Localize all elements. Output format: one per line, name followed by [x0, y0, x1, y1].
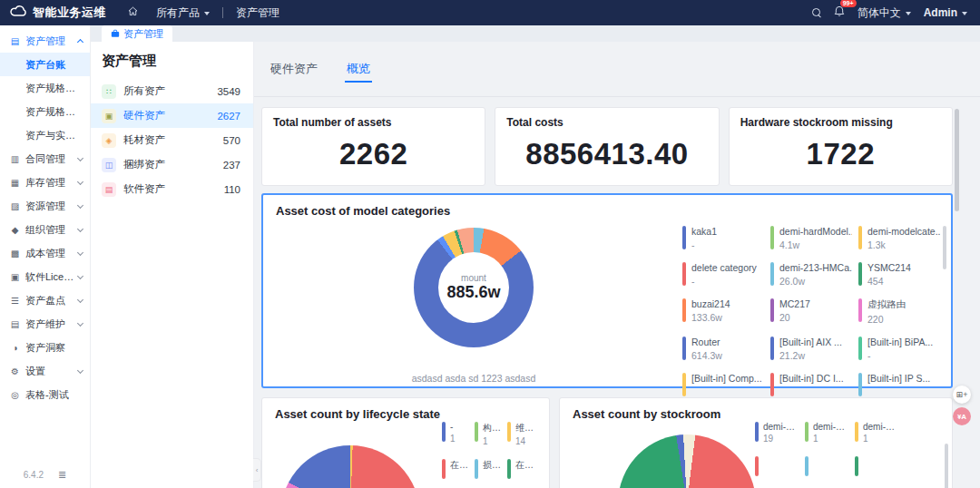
sidebar-item-3[interactable]: 资产规格分类管理: [0, 100, 90, 123]
sidebar-item-4[interactable]: 资产与实物映射...: [0, 123, 90, 147]
sidebar-item-7[interactable]: ▨资源管理: [0, 194, 90, 218]
legend-item-5[interactable]: YSMC214454: [858, 262, 946, 287]
tab-hardware-assets[interactable]: 硬件资产: [269, 43, 319, 95]
legend-name: buzai214: [691, 298, 730, 309]
legend-scrollbar[interactable]: [943, 226, 946, 269]
legend-swatch: [855, 422, 858, 442]
legend-value: -: [867, 350, 933, 361]
sidebar-item-14[interactable]: ⚙设置: [0, 359, 90, 383]
collapse-sidebar-icon[interactable]: ≣: [58, 469, 66, 481]
sidebar-item-9[interactable]: ▩成本管理: [0, 241, 90, 265]
stockroom-panel: Asset count by stockroom demi-…19demi-…1…: [559, 397, 953, 488]
model-categories-donut-chart[interactable]: mount 885.6w: [414, 228, 534, 347]
collapse-panel-handle[interactable]: ‹: [253, 458, 261, 482]
sidebar-item-10[interactable]: ▣软件License...: [0, 265, 90, 288]
category-count: 110: [224, 184, 240, 195]
legend-name: [Built-in] DC I...: [779, 373, 844, 384]
legend-item-2[interactable]: demi-…1: [855, 422, 905, 444]
hardware-assets-icon: ▣: [102, 109, 116, 123]
legend-item-4[interactable]: demi-213-HMCa...26.0w: [770, 262, 858, 287]
stat-card-1: Total costs8856413.40: [495, 107, 719, 186]
bundled-assets-icon: ◫: [102, 158, 116, 172]
legend-item-12[interactable]: [Built-in] Comp...: [682, 373, 770, 396]
category-item-4[interactable]: ▤软件资产110: [91, 177, 253, 201]
sidebar-item-11[interactable]: ☰资产盘点: [0, 288, 90, 312]
legend-name: demi-…: [763, 422, 795, 432]
legend-item-0[interactable]: kaka1-: [682, 226, 770, 250]
category-item-3[interactable]: ◫捆绑资产237: [91, 152, 253, 177]
brand[interactable]: 智能业务运维: [0, 5, 119, 21]
legend-swatch: [858, 262, 862, 286]
lifecycle-legend: -1构…1维…14在…损…在…: [442, 422, 540, 479]
legend-item-6[interactable]: buzai214133.6w: [682, 298, 770, 325]
lifecycle-pie-chart[interactable]: [280, 445, 420, 488]
legend-item-2[interactable]: demi-modelcate...1.3k: [858, 226, 946, 250]
chevron-down-icon: [77, 366, 83, 373]
search-icon[interactable]: [812, 8, 821, 17]
legend-swatch: [770, 298, 774, 322]
chevron-down-icon: [204, 12, 210, 15]
legend-name: [Built-in] BiPA...: [867, 337, 933, 347]
category-item-0[interactable]: ∷所有资产3549: [91, 79, 253, 103]
legend-item-3[interactable]: [755, 456, 805, 476]
legend-item-14[interactable]: [Built-in] IP S...: [858, 373, 946, 396]
legend-item-9[interactable]: Router614.3w: [682, 337, 770, 361]
legend-item-2[interactable]: 维…14: [507, 422, 540, 446]
legend-item-4[interactable]: [805, 456, 855, 476]
legend-item-3[interactable]: 在…: [442, 459, 475, 479]
donut-center-label: mount: [461, 273, 486, 283]
language-select[interactable]: 简体中文: [858, 5, 911, 21]
open-tab-asset-management[interactable]: 资产管理: [102, 25, 172, 42]
main-content: 硬件资产概览 Total number of assets2262Total c…: [254, 42, 980, 488]
category-item-2[interactable]: ◈耗材资产570: [91, 128, 253, 152]
legend-item-1[interactable]: 构…1: [475, 422, 507, 446]
sidebar-item-13[interactable]: ◑资产洞察: [0, 336, 90, 359]
sidebar-item-label: 资产管理: [25, 34, 78, 48]
contract-icon: ▥: [9, 154, 21, 164]
notifications-button[interactable]: 99+: [834, 5, 845, 21]
category-item-1[interactable]: ▣硬件资产2627: [91, 103, 253, 128]
sidebar-item-2[interactable]: 资产规格管理: [0, 76, 90, 100]
legend-swatch: [858, 226, 862, 249]
home-button[interactable]: [119, 6, 147, 19]
chart-title: Asset count by lifecycle state: [275, 407, 440, 421]
sidebar-item-12[interactable]: ▤资产维护: [0, 312, 90, 336]
legend-item-7[interactable]: MC21720: [770, 298, 858, 325]
legend-name: 在…: [515, 459, 534, 472]
currency-fab[interactable]: ¥A: [953, 407, 971, 425]
sidebar-item-0[interactable]: ▤资产管理: [0, 29, 90, 53]
legend-item-3[interactable]: delete category-: [682, 262, 770, 287]
products-label: 所有产品: [156, 5, 200, 21]
sidebar-item-1[interactable]: 资产台账: [0, 53, 90, 76]
user-menu[interactable]: Admin: [924, 6, 967, 19]
legend-item-1[interactable]: demi-hardModel...4.1w: [770, 226, 858, 250]
add-widget-fab[interactable]: ⊞+: [953, 386, 971, 404]
sidebar-item-6[interactable]: ▦库存管理: [0, 171, 90, 194]
notification-badge: 99+: [840, 0, 857, 7]
legend-item-8[interactable]: 虚拟路由220: [858, 298, 946, 325]
legend-item-5[interactable]: 在…: [507, 459, 540, 479]
sidebar-item-label: 资产维护: [25, 317, 78, 331]
legend-swatch: [682, 226, 686, 249]
legend-item-5[interactable]: [855, 456, 905, 476]
tab-overview[interactable]: 概览: [345, 43, 372, 95]
legend-item-0[interactable]: demi-…19: [755, 422, 805, 444]
sidebar-item-15[interactable]: ◎表格-测试: [0, 383, 90, 406]
legend-swatch: [682, 373, 686, 396]
sidebar-item-8[interactable]: ◆组织管理: [0, 218, 90, 241]
legend-item-11[interactable]: [Built-in] BiPA...-: [858, 337, 946, 361]
sidebar-item-5[interactable]: ▥合同管理: [0, 147, 90, 171]
products-menu[interactable]: 所有产品: [147, 5, 219, 21]
legend-item-4[interactable]: 损…: [475, 459, 507, 479]
breadcrumb[interactable]: 资产管理: [227, 5, 289, 21]
legend-item-0[interactable]: -1: [442, 422, 475, 446]
legend-item-13[interactable]: [Built-in] DC I...: [770, 373, 858, 396]
legend-value: 614.3w: [691, 350, 722, 361]
legend-item-10[interactable]: [Built-in] AIX ...21.2w: [770, 337, 858, 361]
stockroom-pie-chart[interactable]: [618, 434, 756, 488]
legend-scrollbar[interactable]: [945, 444, 948, 488]
page-scrollbar[interactable]: [955, 109, 959, 211]
legend-name: 构…: [483, 422, 501, 434]
legend-item-1[interactable]: demi-…1: [805, 422, 855, 444]
stats-row: Total number of assets2262Total costs885…: [261, 107, 953, 186]
